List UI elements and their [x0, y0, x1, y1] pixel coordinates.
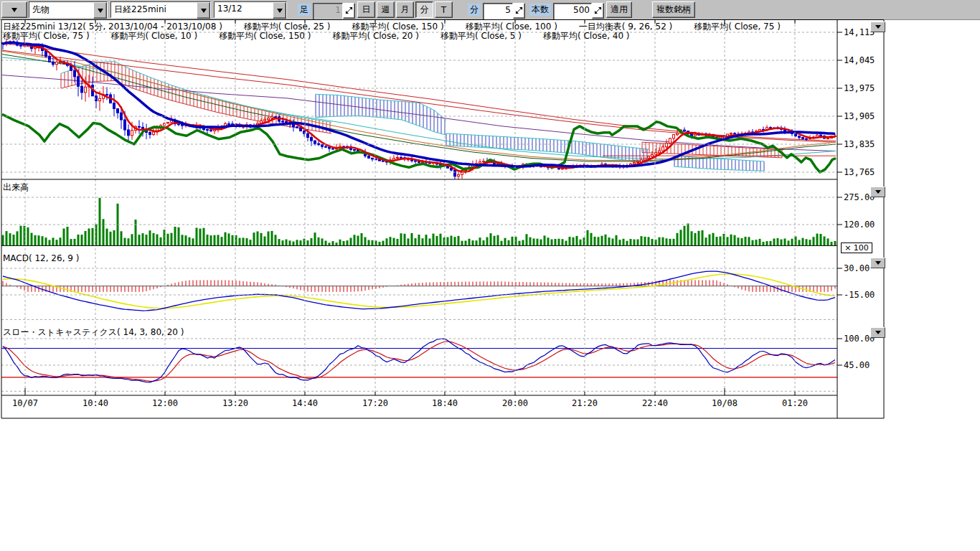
x-axis-label: 22:40	[642, 398, 668, 408]
contract-month-combobox[interactable]: 13/12	[214, 1, 287, 18]
bar-interval-input[interactable]: 1	[313, 3, 343, 20]
volume-multiplier-badge: × 100	[841, 242, 872, 253]
price-scale-dropdown-button[interactable]	[870, 22, 885, 32]
x-axis-label: 14:40	[292, 398, 318, 408]
period-button-group: 日週月分T	[357, 1, 454, 18]
stochastics-scale-dropdown-button[interactable]	[870, 327, 885, 338]
macd-axis-label: 30.00	[844, 263, 870, 273]
symbol-combobox-value: 日経225mini	[111, 2, 197, 17]
price-axis-label: 13,765	[844, 167, 875, 177]
volume-axis-label: 120.00	[844, 220, 875, 230]
chevron-down-icon	[875, 190, 881, 194]
bar-count-label: 本数	[529, 4, 551, 16]
contract-month-combobox-value: 13/12	[215, 2, 273, 17]
toolbar: 先物 日経225mini 13/12 足 1 日週月分T 分 5 本数	[0, 0, 980, 20]
price-axis-label: 13,975	[844, 83, 875, 93]
period-button-月[interactable]: 月	[396, 1, 414, 18]
macd-axis-label: -15.00	[844, 290, 875, 300]
period-button-T[interactable]: T	[435, 1, 453, 18]
multi-symbol-button[interactable]: 複数銘柄	[652, 1, 695, 18]
price-axis-label: 14,045	[844, 55, 875, 65]
macd-scale-dropdown-button[interactable]	[870, 258, 885, 268]
chevron-down-icon	[875, 25, 881, 29]
x-axis-label: 12:00	[152, 398, 178, 408]
x-axis-label: 21:20	[572, 398, 598, 408]
price-axis-label: 13,835	[844, 139, 875, 149]
chevron-down-icon	[875, 331, 881, 334]
spinner-icon[interactable]	[513, 3, 525, 19]
price-axis-label: 13,905	[844, 111, 875, 121]
bar-count-input[interactable]: 500	[553, 3, 592, 20]
spinner-icon[interactable]	[343, 3, 355, 19]
chevron-down-icon	[875, 261, 881, 265]
bar-interval-label: 足	[298, 4, 311, 16]
x-axis-label: 10:40	[83, 398, 108, 408]
x-axis-label: 17:20	[362, 398, 388, 408]
chevron-down-icon[interactable]	[273, 2, 286, 19]
x-axis-label: 13:20	[222, 398, 248, 408]
chevron-down-icon	[11, 8, 17, 12]
x-axis-label: 01:20	[782, 398, 808, 408]
apply-button[interactable]: 適用	[606, 1, 632, 18]
x-axis-label: 10/08	[712, 398, 738, 408]
spinner-icon[interactable]	[592, 3, 604, 19]
period-button-週[interactable]: 週	[377, 1, 395, 18]
minute-input[interactable]: 5	[483, 3, 513, 20]
chart-canvas[interactable]: 10/0710:4012:0013:2014:4017:2018:4020:00…	[0, 19, 980, 551]
x-axis-label: 18:40	[432, 398, 458, 408]
period-button-分[interactable]: 分	[415, 1, 433, 18]
symbol-combobox[interactable]: 日経225mini	[110, 1, 211, 18]
stoch-axis-label: 45.00	[844, 360, 870, 370]
category-combobox[interactable]: 先物	[29, 1, 108, 18]
volume-scale-dropdown-button[interactable]	[870, 187, 885, 197]
chevron-down-icon[interactable]	[197, 2, 210, 19]
trading-app-window: 先物 日経225mini 13/12 足 1 日週月分T 分 5 本数	[0, 0, 980, 551]
nav-dropdown-button[interactable]	[1, 1, 27, 18]
x-axis-label: 20:00	[502, 398, 528, 408]
chevron-down-icon[interactable]	[93, 2, 107, 19]
minute-label: 分	[468, 4, 481, 16]
category-combobox-value: 先物	[29, 2, 93, 17]
period-button-日[interactable]: 日	[357, 1, 375, 18]
x-axis-label: 10/07	[12, 398, 38, 408]
